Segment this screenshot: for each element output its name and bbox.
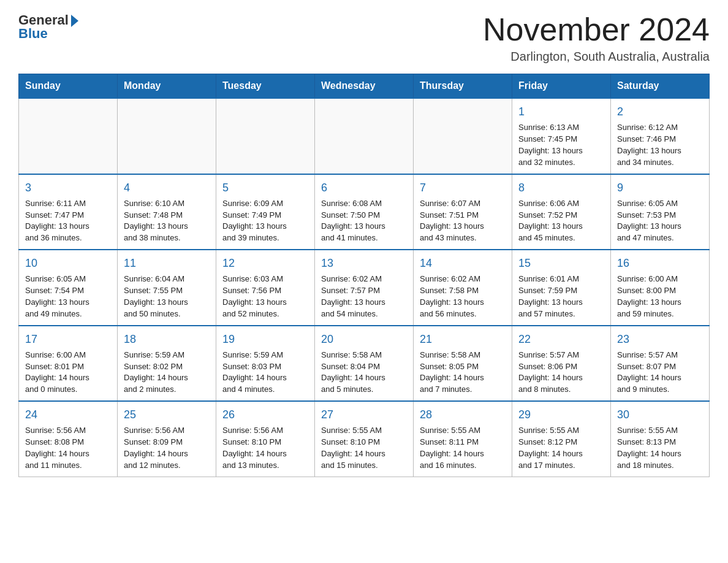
day-info: Sunrise: 6:06 AMSunset: 7:52 PMDaylight:…	[518, 198, 604, 244]
calendar-cell	[315, 98, 414, 174]
day-info: Sunrise: 6:12 AMSunset: 7:46 PMDaylight:…	[617, 122, 703, 168]
day-number: 29	[518, 407, 604, 423]
calendar-cell: 16Sunrise: 6:00 AMSunset: 8:00 PMDayligh…	[611, 250, 710, 325]
day-number: 3	[25, 180, 111, 196]
calendar-cell: 23Sunrise: 5:57 AMSunset: 8:07 PMDayligh…	[611, 326, 710, 401]
day-number: 4	[124, 180, 210, 196]
calendar-table: SundayMondayTuesdayWednesdayThursdayFrid…	[18, 74, 710, 477]
day-number: 20	[321, 331, 407, 347]
calendar-cell: 7Sunrise: 6:07 AMSunset: 7:51 PMDaylight…	[414, 174, 512, 250]
calendar-cell: 3Sunrise: 6:11 AMSunset: 7:47 PMDaylight…	[19, 174, 118, 250]
day-number: 19	[222, 331, 308, 347]
calendar-header-row: SundayMondayTuesdayWednesdayThursdayFrid…	[19, 74, 710, 99]
calendar-cell: 29Sunrise: 5:55 AMSunset: 8:12 PMDayligh…	[512, 401, 611, 477]
day-info: Sunrise: 6:05 AMSunset: 7:53 PMDaylight:…	[617, 198, 703, 244]
day-number: 22	[518, 331, 604, 347]
day-info: Sunrise: 5:55 AMSunset: 8:11 PMDaylight:…	[420, 425, 506, 471]
day-info: Sunrise: 5:57 AMSunset: 8:07 PMDaylight:…	[617, 350, 703, 396]
day-number: 8	[518, 180, 604, 196]
day-info: Sunrise: 5:58 AMSunset: 8:05 PMDaylight:…	[420, 350, 506, 396]
calendar-cell: 26Sunrise: 5:56 AMSunset: 8:10 PMDayligh…	[216, 401, 315, 477]
calendar-cell: 12Sunrise: 6:03 AMSunset: 7:56 PMDayligh…	[216, 250, 315, 325]
day-number: 30	[617, 407, 703, 423]
day-info: Sunrise: 6:00 AMSunset: 8:01 PMDaylight:…	[25, 350, 111, 396]
calendar-cell: 1Sunrise: 6:13 AMSunset: 7:45 PMDaylight…	[512, 98, 611, 174]
day-info: Sunrise: 5:59 AMSunset: 8:02 PMDaylight:…	[124, 350, 210, 396]
day-info: Sunrise: 5:56 AMSunset: 8:09 PMDaylight:…	[124, 425, 210, 471]
header-tuesday: Tuesday	[216, 74, 315, 99]
title-area: November 2024 Darlington, South Australi…	[483, 12, 710, 64]
calendar-cell: 8Sunrise: 6:06 AMSunset: 7:52 PMDaylight…	[512, 174, 611, 250]
day-info: Sunrise: 6:07 AMSunset: 7:51 PMDaylight:…	[420, 198, 506, 244]
day-number: 21	[420, 331, 506, 347]
header-friday: Friday	[512, 74, 611, 99]
day-number: 7	[420, 180, 506, 196]
calendar-cell: 18Sunrise: 5:59 AMSunset: 8:02 PMDayligh…	[118, 326, 216, 401]
header-thursday: Thursday	[414, 74, 512, 99]
day-number: 28	[420, 407, 506, 423]
day-info: Sunrise: 5:55 AMSunset: 8:12 PMDaylight:…	[518, 425, 604, 471]
day-info: Sunrise: 5:57 AMSunset: 8:06 PMDaylight:…	[518, 350, 604, 396]
day-number: 25	[124, 407, 210, 423]
day-number: 2	[617, 104, 703, 120]
calendar-cell: 6Sunrise: 6:08 AMSunset: 7:50 PMDaylight…	[315, 174, 414, 250]
logo-arrow-icon	[71, 15, 78, 27]
week-row-3: 10Sunrise: 6:05 AMSunset: 7:54 PMDayligh…	[19, 250, 710, 325]
calendar-cell: 28Sunrise: 5:55 AMSunset: 8:11 PMDayligh…	[414, 401, 512, 477]
day-number: 5	[222, 180, 308, 196]
month-title: November 2024	[483, 12, 710, 47]
day-info: Sunrise: 6:09 AMSunset: 7:49 PMDaylight:…	[222, 198, 308, 244]
day-info: Sunrise: 6:04 AMSunset: 7:55 PMDaylight:…	[124, 274, 210, 320]
calendar-cell: 19Sunrise: 5:59 AMSunset: 8:03 PMDayligh…	[216, 326, 315, 401]
calendar-cell: 5Sunrise: 6:09 AMSunset: 7:49 PMDaylight…	[216, 174, 315, 250]
calendar-cell	[19, 98, 118, 174]
day-info: Sunrise: 6:02 AMSunset: 7:57 PMDaylight:…	[321, 274, 407, 320]
day-info: Sunrise: 6:03 AMSunset: 7:56 PMDaylight:…	[222, 274, 308, 320]
day-number: 17	[25, 331, 111, 347]
day-number: 12	[222, 255, 308, 271]
day-number: 18	[124, 331, 210, 347]
page-header: General Blue November 2024 Darlington, S…	[18, 12, 710, 64]
day-info: Sunrise: 6:08 AMSunset: 7:50 PMDaylight:…	[321, 198, 407, 244]
day-info: Sunrise: 5:59 AMSunset: 8:03 PMDaylight:…	[222, 350, 308, 396]
day-info: Sunrise: 6:05 AMSunset: 7:54 PMDaylight:…	[25, 274, 111, 320]
calendar-cell: 20Sunrise: 5:58 AMSunset: 8:04 PMDayligh…	[315, 326, 414, 401]
calendar-cell: 24Sunrise: 5:56 AMSunset: 8:08 PMDayligh…	[19, 401, 118, 477]
logo: General Blue	[18, 12, 78, 42]
day-info: Sunrise: 5:55 AMSunset: 8:13 PMDaylight:…	[617, 425, 703, 471]
day-info: Sunrise: 5:58 AMSunset: 8:04 PMDaylight:…	[321, 350, 407, 396]
day-number: 10	[25, 255, 111, 271]
calendar-cell: 22Sunrise: 5:57 AMSunset: 8:06 PMDayligh…	[512, 326, 611, 401]
calendar-cell: 13Sunrise: 6:02 AMSunset: 7:57 PMDayligh…	[315, 250, 414, 325]
day-number: 23	[617, 331, 703, 347]
week-row-5: 24Sunrise: 5:56 AMSunset: 8:08 PMDayligh…	[19, 401, 710, 477]
week-row-1: 1Sunrise: 6:13 AMSunset: 7:45 PMDaylight…	[19, 98, 710, 174]
day-info: Sunrise: 5:55 AMSunset: 8:10 PMDaylight:…	[321, 425, 407, 471]
day-number: 11	[124, 255, 210, 271]
calendar-cell	[216, 98, 315, 174]
calendar-cell: 25Sunrise: 5:56 AMSunset: 8:09 PMDayligh…	[118, 401, 216, 477]
day-number: 9	[617, 180, 703, 196]
day-number: 13	[321, 255, 407, 271]
location-subtitle: Darlington, South Australia, Australia	[483, 50, 710, 64]
day-number: 6	[321, 180, 407, 196]
calendar-cell: 9Sunrise: 6:05 AMSunset: 7:53 PMDaylight…	[611, 174, 710, 250]
day-number: 16	[617, 255, 703, 271]
day-info: Sunrise: 6:10 AMSunset: 7:48 PMDaylight:…	[124, 198, 210, 244]
header-wednesday: Wednesday	[315, 74, 414, 99]
day-number: 27	[321, 407, 407, 423]
calendar-cell: 2Sunrise: 6:12 AMSunset: 7:46 PMDaylight…	[611, 98, 710, 174]
day-info: Sunrise: 5:56 AMSunset: 8:10 PMDaylight:…	[222, 425, 308, 471]
header-sunday: Sunday	[19, 74, 118, 99]
calendar-cell: 11Sunrise: 6:04 AMSunset: 7:55 PMDayligh…	[118, 250, 216, 325]
day-number: 1	[518, 104, 604, 120]
calendar-cell: 30Sunrise: 5:55 AMSunset: 8:13 PMDayligh…	[611, 401, 710, 477]
header-saturday: Saturday	[611, 74, 710, 99]
calendar-cell: 27Sunrise: 5:55 AMSunset: 8:10 PMDayligh…	[315, 401, 414, 477]
calendar-cell: 10Sunrise: 6:05 AMSunset: 7:54 PMDayligh…	[19, 250, 118, 325]
day-info: Sunrise: 6:11 AMSunset: 7:47 PMDaylight:…	[25, 198, 111, 244]
week-row-2: 3Sunrise: 6:11 AMSunset: 7:47 PMDaylight…	[19, 174, 710, 250]
day-number: 26	[222, 407, 308, 423]
day-number: 24	[25, 407, 111, 423]
day-info: Sunrise: 6:02 AMSunset: 7:58 PMDaylight:…	[420, 274, 506, 320]
